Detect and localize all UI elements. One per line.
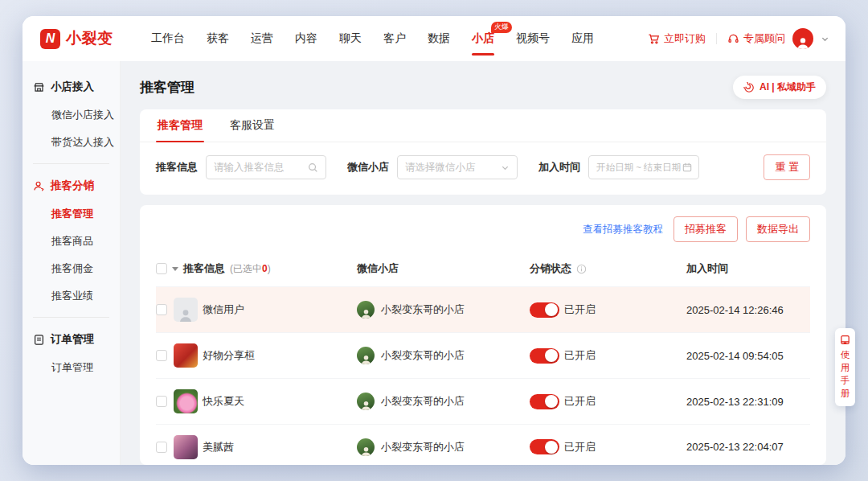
table-row: 美腻茜 小裂变东哥的小店 已开启 2025-02-13 22:04:07	[156, 424, 810, 465]
row-checkbox[interactable]	[156, 442, 167, 453]
status-label: 已开启	[564, 302, 596, 317]
nav-item-应用[interactable]: 应用	[571, 16, 594, 61]
sidebar-divider	[33, 317, 109, 318]
order-now-button[interactable]: 立即订购	[648, 31, 706, 46]
nav-item-运营[interactable]: 运营	[251, 16, 273, 61]
row-checkbox[interactable]	[156, 304, 167, 315]
promoter-search-input[interactable]: 请输入推客信息	[206, 155, 326, 179]
promoter-name: 好物分享桓	[203, 348, 255, 363]
cart-icon	[648, 33, 660, 45]
manual-label-char: 册	[841, 388, 850, 399]
toggle-knob	[545, 395, 558, 408]
main-menu: 工作台获客运营内容聊天客户数据小店火爆视频号应用	[151, 16, 594, 61]
person-icon	[360, 446, 372, 456]
sidebar-section-推客分销[interactable]: 推客分销	[23, 171, 120, 200]
promoter-table: 推客信息 (已选中0) 微信小店 分销状态 加入时间	[156, 251, 810, 465]
promoter-name: 美腻茜	[203, 440, 234, 454]
calendar-icon	[682, 162, 692, 172]
sidebar-item-推客业绩[interactable]: 推客业绩	[23, 282, 120, 310]
filter-card: 推客管理客服设置 推客信息 请输入推客信息 微	[140, 109, 826, 195]
advisor-button[interactable]: 专属顾问	[727, 31, 785, 46]
person-icon	[360, 400, 372, 410]
shop-avatar	[357, 301, 375, 319]
nav-item-小店[interactable]: 小店火爆	[472, 16, 494, 61]
table-row: 快乐夏天 小裂变东哥的小店 已开启 2025-02-13 22:31:09	[156, 378, 810, 424]
row-checkbox[interactable]	[156, 396, 167, 407]
join-time: 2025-02-14 09:54:05	[686, 350, 810, 362]
user-avatar[interactable]	[792, 28, 813, 49]
advisor-label: 专属顾问	[743, 31, 785, 46]
person-icon	[796, 36, 810, 49]
promoter-avatar	[174, 298, 198, 322]
sidebar-item-推客管理[interactable]: 推客管理	[23, 200, 120, 228]
table-row: 微信用户 小裂变东哥的小店 已开启 2025-02-14 12:26:46	[156, 286, 810, 332]
join-time-filter-label: 加入时间	[538, 160, 580, 175]
person-icon	[360, 354, 372, 364]
sidebar-item-微信小店接入[interactable]: 微信小店接入	[23, 101, 120, 129]
logo-text: 小裂变	[66, 28, 113, 49]
sidebar-section-小店接入[interactable]: 小店接入	[23, 72, 120, 101]
shop-avatar	[357, 438, 375, 456]
user-manual-tab[interactable]: 使用手册	[835, 328, 855, 406]
promoter-name: 微信用户	[203, 302, 244, 317]
info-icon[interactable]	[576, 264, 587, 274]
status-toggle[interactable]	[530, 348, 559, 364]
nav-item-获客[interactable]: 获客	[207, 16, 229, 61]
status-toggle[interactable]	[530, 394, 559, 409]
status-toggle[interactable]	[530, 302, 559, 318]
select-all-checkbox[interactable]	[156, 263, 167, 274]
sidebar-item-推客商品[interactable]: 推客商品	[23, 228, 120, 255]
tab-推客管理[interactable]: 推客管理	[156, 109, 204, 142]
sidebar: 小店接入 微信小店接入带货达人接入 推客分销 推客管理推客商品推客佣金推客业绩 …	[23, 61, 121, 465]
user-share-icon	[33, 180, 45, 192]
nav-item-视频号[interactable]: 视频号	[516, 16, 550, 61]
nav-item-聊天[interactable]: 聊天	[339, 16, 362, 61]
shop-name: 小裂变东哥的小店	[381, 440, 465, 454]
ai-button-label: AI | 私域助手	[760, 80, 816, 94]
nav-item-客户[interactable]: 客户	[383, 16, 406, 61]
row-checkbox[interactable]	[156, 350, 167, 361]
tutorial-link[interactable]: 查看招募推客教程	[583, 223, 663, 236]
desktop-background: N 小裂变 工作台获客运营内容聊天客户数据小店火爆视频号应用 立即订购	[0, 0, 868, 481]
join-time-filter: 加入时间 开始日期 ~ 结束日期	[538, 155, 699, 179]
recruit-button[interactable]: 招募推客	[674, 216, 738, 242]
select-dropdown-caret[interactable]	[172, 267, 178, 271]
shop-select[interactable]: 请选择微信小店	[397, 155, 518, 179]
filter-row: 推客信息 请输入推客信息 微信小店 请选择微信小店	[140, 142, 826, 195]
toggle-knob	[545, 441, 558, 454]
sidebar-section-订单管理[interactable]: 订单管理	[23, 325, 120, 354]
sidebar-item-带货达人接入[interactable]: 带货达人接入	[23, 129, 120, 156]
promoter-filter-label: 推客信息	[156, 160, 198, 175]
ai-swirl-icon	[743, 82, 755, 93]
nav-item-内容[interactable]: 内容	[295, 16, 317, 61]
app-window: N 小裂变 工作台获客运营内容聊天客户数据小店火爆视频号应用 立即订购	[23, 16, 845, 465]
header-time: 加入时间	[686, 261, 810, 276]
ai-assistant-button[interactable]: AI | 私域助手	[733, 76, 826, 99]
date-range-input[interactable]: 开始日期 ~ 结束日期	[588, 155, 699, 179]
manual-book-icon	[840, 335, 850, 345]
selected-count: (已选中0)	[230, 262, 271, 276]
status-label: 已开启	[564, 394, 596, 409]
shop-name: 小裂变东哥的小店	[381, 394, 465, 409]
table-body: 微信用户 小裂变东哥的小店 已开启 2025-02-14 12:26:46 好物…	[156, 286, 810, 465]
promoter-avatar	[174, 389, 198, 413]
chevron-down-icon[interactable]	[821, 35, 829, 43]
shop-name: 小裂变东哥的小店	[381, 348, 465, 363]
header-status: 分销状态	[530, 261, 571, 276]
tab-客服设置[interactable]: 客服设置	[228, 109, 276, 142]
toggle-knob	[545, 349, 558, 362]
header-shop: 微信小店	[357, 261, 530, 276]
nav-item-数据[interactable]: 数据	[428, 16, 450, 61]
reset-button[interactable]: 重 置	[764, 154, 810, 180]
person-icon	[178, 308, 194, 322]
export-button[interactable]: 数据导出	[746, 216, 810, 242]
promoter-avatar	[174, 343, 198, 368]
shop-name: 小裂变东哥的小店	[381, 302, 465, 317]
sidebar-item-订单管理[interactable]: 订单管理	[23, 354, 120, 381]
table-header-row: 推客信息 (已选中0) 微信小店 分销状态 加入时间	[156, 251, 810, 286]
nav-item-工作台[interactable]: 工作台	[151, 16, 185, 61]
status-toggle[interactable]	[530, 439, 559, 454]
sidebar-item-推客佣金[interactable]: 推客佣金	[23, 255, 120, 282]
storefront-icon	[33, 81, 45, 93]
promoter-filter: 推客信息 请输入推客信息	[156, 155, 326, 179]
